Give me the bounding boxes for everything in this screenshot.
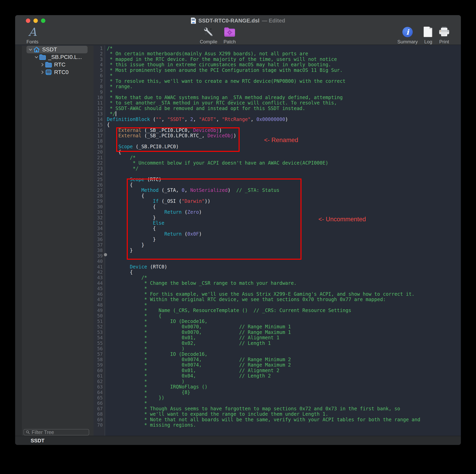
code-text[interactable]: * On certain motherboards(mainly Asus X2… — [104, 51, 308, 56]
code-text[interactable]: * 0x0074, // Range Maximum 2 — [104, 362, 291, 368]
code-text[interactable]: * To resolve this, we'll want to create … — [104, 79, 345, 84]
code-text[interactable] — [104, 259, 107, 264]
printer-icon — [430, 25, 458, 39]
code-text[interactable]: * — [104, 286, 147, 291]
code-line: 56 * ) — [94, 346, 461, 351]
code-text[interactable]: { — [104, 122, 110, 128]
code-text[interactable]: * — [104, 73, 113, 78]
code-text[interactable]: * range. — [104, 84, 133, 89]
code-text[interactable]: * 0x0070, // Range Maximum 1 — [104, 330, 291, 335]
code-text[interactable]: * Note that due to AWAC systems having a… — [104, 95, 343, 100]
code-line: 43 /* — [94, 275, 461, 280]
code-text[interactable]: * Name (_CRS, ResourceTemplate () // _CR… — [104, 308, 351, 313]
code-text[interactable]: { — [104, 270, 133, 275]
line-number: 14 — [94, 117, 104, 122]
code-text[interactable]: * 0x01, // Alignment 1 — [104, 335, 279, 340]
code-text[interactable]: * mapped in the RTC device. For the majo… — [104, 57, 337, 62]
line-number: 18 — [94, 138, 104, 144]
code-line: 59 * 0x0074, // Range Maximum 2 — [94, 362, 461, 368]
line-number: 20 — [94, 150, 104, 155]
code-text[interactable]: /* — [104, 46, 113, 51]
line-number: 46 — [94, 291, 104, 297]
code-line: 53 * 0x0070, // Range Maximum 1 — [94, 330, 461, 335]
renamed-highlight-box — [116, 127, 239, 152]
code-text[interactable]: */ — [104, 166, 138, 171]
code-line: 48 * — [94, 303, 461, 308]
filter-tree-field[interactable] — [23, 429, 89, 435]
code-text[interactable]: * IRQNoFlags () — [104, 384, 207, 390]
code-line: 54 * 0x01, // Alignment 1 — [94, 335, 461, 340]
code-text[interactable]: /* — [104, 275, 147, 280]
code-text[interactable]: * 0x04, // Length 2 — [104, 373, 271, 379]
code-text[interactable]: * ) — [104, 346, 185, 351]
code-text[interactable]: * this issue though in extreme circumsta… — [104, 62, 331, 68]
line-number: 34 — [94, 226, 104, 231]
code-line: 10 * Note that due to AWAC systems havin… — [94, 95, 461, 100]
code-line: 2 * On certain motherboards(mainly Asus … — [94, 51, 461, 56]
code-text[interactable]: * IO (Decode16, — [104, 352, 207, 357]
print-button[interactable]: Print — [430, 25, 458, 45]
line-number: 19 — [94, 144, 104, 150]
code-text[interactable]: * we'll want to expand the range to incl… — [104, 411, 328, 417]
code-text[interactable]: * — [104, 401, 147, 406]
code-text[interactable]: * }) — [104, 395, 164, 401]
code-text[interactable]: * Change the below _CSR range to match y… — [104, 281, 297, 286]
sidebar-item-label: RTC — [54, 62, 66, 68]
line-number: 66 — [94, 401, 104, 406]
sidebar-item-rtc[interactable]: RTC — [26, 61, 87, 68]
code-text[interactable]: * missing regions. — [104, 423, 196, 428]
code-text[interactable]: */ — [104, 111, 116, 117]
sidebar-item-sb-pci0-l[interactable]: _SB.PCI0.L... — [26, 53, 87, 61]
line-number: 15 — [94, 122, 104, 128]
code-text[interactable]: * { — [104, 313, 162, 319]
code-text[interactable] — [104, 171, 107, 177]
line-number: 4 — [94, 62, 104, 68]
code-text[interactable]: * 0x01, // Alignment 2 — [104, 368, 279, 373]
code-text[interactable] — [104, 138, 107, 144]
sidebar-item-ssdt[interactable]: SSDT — [26, 46, 87, 53]
chevron-down-icon[interactable] — [28, 48, 33, 51]
sidebar-tree: SSDT_SB.PCI0.L...RTCRTC0 — [15, 46, 94, 76]
code-text[interactable]: * 0x02, // Length 1 — [104, 341, 271, 346]
code-text[interactable]: * — [104, 89, 113, 95]
filter-tree-input[interactable] — [32, 429, 79, 435]
code-text[interactable]: * 0x0070, // Range Minimum 1 — [104, 324, 291, 330]
code-text[interactable]: * Uncomment below if your ACPI doesn't h… — [104, 160, 328, 166]
code-text[interactable]: * Though Asus seems to have forgotten to… — [104, 406, 400, 411]
code-text[interactable]: * SSDT-AWAC should be removed and instea… — [104, 106, 305, 111]
line-number: 70 — [94, 423, 104, 428]
chevron-right-icon[interactable] — [40, 63, 45, 67]
chevron-right-icon[interactable] — [40, 70, 45, 74]
code-text[interactable]: * to set another _STA method in your RTC… — [104, 100, 337, 106]
patch-button[interactable]: Patch — [216, 25, 244, 45]
code-text[interactable]: DefinitionBlock ("", "SSDT", 2, "ACDT", … — [104, 117, 288, 122]
line-number: 35 — [94, 231, 104, 237]
sidebar-item-rtc0[interactable]: RTC0 — [26, 68, 87, 76]
code-text[interactable]: * 0x0074, // Range Minimum 2 — [104, 357, 291, 362]
code-text[interactable]: * IO (Decode16, — [104, 319, 207, 324]
line-number: 22 — [94, 160, 104, 166]
chevron-down-icon[interactable] — [34, 55, 39, 59]
code-line: 65 * }) — [94, 395, 461, 401]
fonts-button[interactable]: A Fonts — [18, 25, 46, 45]
code-line: 1/* — [94, 46, 461, 51]
sidebar-resize-handle[interactable] — [104, 253, 107, 256]
code-line: 62 * ) — [94, 379, 461, 384]
code-text[interactable]: * For this example, we'll use the Asus S… — [104, 291, 414, 297]
sidebar-item-label: SSDT — [42, 46, 57, 53]
window-title-edited: — Edited — [262, 18, 285, 24]
code-text[interactable]: Device (RTC0) — [104, 264, 167, 270]
code-text[interactable]: /* — [104, 155, 136, 160]
line-number: 56 — [94, 346, 104, 351]
code-text[interactable]: * Most prominently seen around the PCI C… — [104, 68, 343, 73]
code-text[interactable]: * Within the original RTC device, we see… — [104, 297, 386, 302]
code-text[interactable]: * ) — [104, 379, 185, 384]
line-number: 6 — [94, 73, 104, 78]
code-text[interactable]: * — [104, 303, 147, 308]
code-text[interactable]: * {8} — [104, 390, 190, 395]
line-number: 41 — [94, 264, 104, 270]
code-line: 24 — [94, 171, 461, 177]
code-text[interactable]: * Note that not all boards will be the s… — [104, 417, 420, 423]
code-line: 42 { — [94, 270, 461, 275]
code-line: 14DefinitionBlock ("", "SSDT", 2, "ACDT"… — [94, 117, 461, 122]
